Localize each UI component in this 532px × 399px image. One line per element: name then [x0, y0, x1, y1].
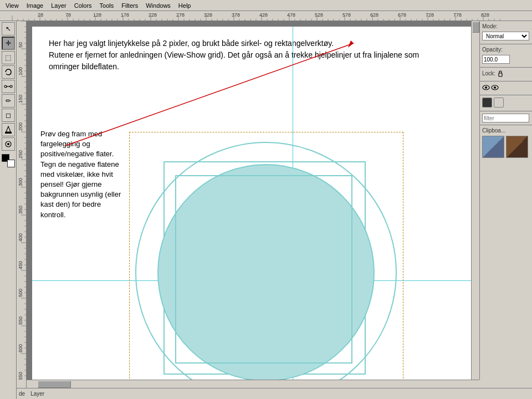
tool-arrow[interactable]: ↖	[2, 22, 15, 35]
filter-input[interactable]	[482, 114, 529, 122]
menu-layer[interactable]: Layer	[48, 1, 70, 10]
menu-filters[interactable]: Filters	[118, 1, 141, 10]
tool-select[interactable]: ⬚	[2, 51, 15, 64]
clipboard-item-2[interactable]	[506, 136, 528, 158]
svg-point-1	[10, 85, 12, 88]
inner-rect-2	[175, 175, 352, 364]
menu-help[interactable]: Help	[175, 1, 195, 10]
visibility-row	[482, 84, 530, 91]
lock-row: Lock:	[482, 70, 530, 78]
tool-lasso[interactable]	[2, 65, 15, 79]
menu-view[interactable]: View	[2, 1, 22, 10]
tool-bucket[interactable]	[2, 123, 15, 136]
lock-icon[interactable]	[497, 70, 504, 78]
channel-btn-1[interactable]	[482, 98, 492, 108]
svg-point-14	[494, 86, 496, 89]
canvas-content: Her har jeg valgt linjetykkelse på 2 pix…	[32, 27, 471, 380]
text-paragraph-1: Her har jeg valgt linjetykkelse på 2 pix…	[49, 38, 437, 49]
status-de: de	[19, 391, 25, 397]
svg-point-5	[7, 143, 9, 145]
channel-btn-2[interactable]	[494, 98, 504, 108]
mode-row: Mode:	[482, 23, 530, 30]
mode-select[interactable]: Normal	[482, 32, 529, 40]
clipboard-label: Clipboa...	[482, 127, 530, 134]
status-layer: Layer	[30, 391, 44, 397]
svg-point-12	[485, 86, 487, 89]
scrollbar-v-thumb[interactable]	[472, 22, 479, 33]
main-area: ↖ ✛ ⬚ ✏ ◻	[0, 21, 532, 399]
clipboard-items	[482, 136, 530, 159]
opacity-label: Opacity:	[482, 47, 503, 53]
toolbar-left: ↖ ✛ ⬚ ✏ ◻	[0, 21, 17, 399]
canvas-row: Her har jeg valgt linjetykkelse på 2 pix…	[17, 21, 532, 380]
scrollbar-h-area	[17, 380, 532, 388]
scrollbar-vertical[interactable]	[471, 21, 479, 380]
scrollbar-corner-right	[479, 380, 532, 388]
canvas: Her har jeg valgt linjetykkelse på 2 pix…	[27, 21, 471, 380]
ruler-vertical	[17, 21, 27, 380]
panel-lock-section: Lock:	[480, 68, 532, 81]
panel-filter-section	[480, 111, 532, 125]
svg-rect-3	[5, 132, 12, 134]
ruler-horizontal	[0, 11, 532, 21]
opacity-input[interactable]	[482, 55, 510, 64]
menubar: View Image Layer Colors Tools Filters Wi…	[0, 0, 532, 11]
ruler-h-canvas	[0, 11, 504, 21]
menu-windows[interactable]: Windows	[142, 1, 174, 10]
tool-eraser[interactable]: ◻	[2, 109, 15, 122]
panel-mode-section: Mode: Normal	[480, 21, 532, 44]
opacity-value-row	[482, 55, 530, 64]
menu-tools[interactable]: Tools	[96, 1, 117, 10]
background-color[interactable]	[7, 160, 15, 167]
text-paragraph-2: Rutene er fjernet for anledningen (View-…	[49, 49, 437, 73]
channels-row	[482, 98, 530, 108]
scrollbar-horizontal[interactable]	[27, 380, 479, 388]
panel-opacity-section: Opacity:	[480, 44, 532, 68]
ruler-v-canvas	[17, 21, 27, 380]
tool-move[interactable]: ✛	[2, 37, 15, 50]
main-text-area: Her har jeg valgt linjetykkelse på 2 pix…	[49, 38, 437, 73]
visibility-eye-2[interactable]	[491, 84, 499, 91]
svg-rect-10	[499, 73, 502, 76]
svg-point-0	[4, 85, 7, 88]
tool-pencil[interactable]: ✏	[2, 94, 15, 108]
clipboard-item-1[interactable]	[482, 136, 504, 158]
menu-image[interactable]: Image	[23, 1, 47, 10]
color-selector[interactable]	[2, 154, 15, 167]
panel-right: Mode: Normal Opacity:	[479, 21, 532, 380]
visibility-eye-1[interactable]	[482, 84, 490, 91]
panel-visibility-section	[480, 81, 532, 95]
left-text: Prøv deg fram med fargelegging og positi…	[40, 129, 126, 220]
clipboard-area: Clipboa...	[480, 125, 532, 380]
canvas-wrapper[interactable]: Her har jeg valgt linjetykkelse på 2 pix…	[27, 21, 471, 380]
tool-paths[interactable]	[2, 80, 15, 93]
scrollbar-corner-left	[17, 380, 27, 388]
mode-label: Mode:	[482, 23, 498, 29]
lock-label: Lock:	[482, 70, 495, 76]
tool-color-picker[interactable]	[2, 137, 15, 151]
canvas-section: Her har jeg valgt linjetykkelse på 2 pix…	[17, 21, 532, 399]
mode-value-row: Normal	[482, 32, 530, 40]
scrollbar-h-thumb[interactable]	[38, 381, 71, 388]
opacity-row: Opacity:	[482, 47, 530, 54]
menu-colors[interactable]: Colors	[71, 1, 95, 10]
status-bar: de Layer	[17, 388, 532, 399]
panel-channels-section	[480, 95, 532, 111]
